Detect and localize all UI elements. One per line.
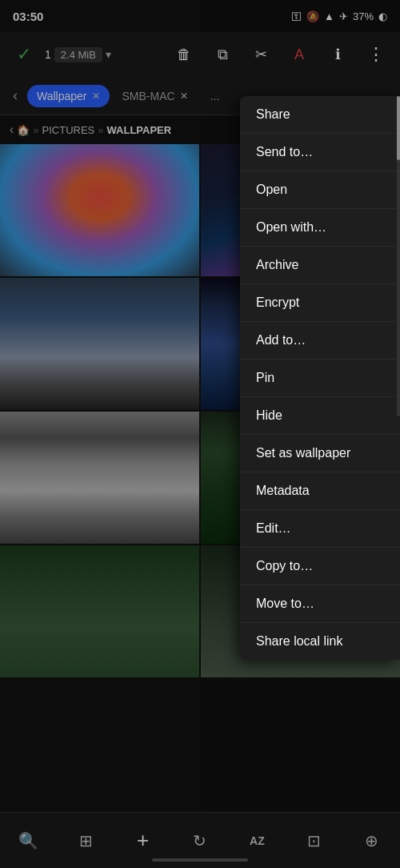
menu-item-metadata[interactable]: Metadata <box>240 472 400 510</box>
context-menu: Share Send to… Open Open with… Archive E… <box>240 96 400 660</box>
menu-item-send-to[interactable]: Send to… <box>240 134 400 171</box>
menu-item-copy-to[interactable]: Copy to… <box>240 548 400 585</box>
menu-item-add-to[interactable]: Add to… <box>240 322 400 360</box>
menu-item-encrypt[interactable]: Encrypt <box>240 284 400 322</box>
menu-item-edit[interactable]: Edit… <box>240 510 400 548</box>
menu-item-share[interactable]: Share <box>240 96 400 134</box>
menu-item-archive[interactable]: Archive <box>240 247 400 284</box>
menu-item-move-to[interactable]: Move to… <box>240 585 400 623</box>
menu-item-open-with[interactable]: Open with… <box>240 209 400 247</box>
menu-item-set-wallpaper[interactable]: Set as wallpaper <box>240 435 400 472</box>
menu-scrollbar <box>397 96 400 416</box>
menu-item-hide[interactable]: Hide <box>240 397 400 435</box>
menu-scrollbar-thumb <box>397 96 400 160</box>
menu-item-pin[interactable]: Pin <box>240 360 400 397</box>
menu-item-open[interactable]: Open <box>240 171 400 209</box>
menu-item-share-local[interactable]: Share local link <box>240 623 400 660</box>
